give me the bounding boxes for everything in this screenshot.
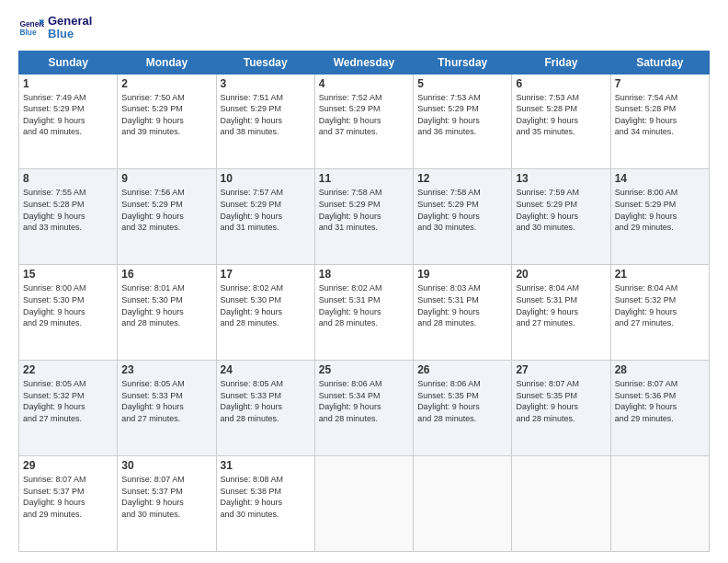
day-number: 15 bbox=[23, 268, 113, 281]
calendar-cell: 30Sunrise: 8:07 AM Sunset: 5:37 PM Dayli… bbox=[118, 456, 216, 552]
calendar-cell: 24Sunrise: 8:05 AM Sunset: 5:33 PM Dayli… bbox=[216, 361, 314, 456]
week-row-4: 22Sunrise: 8:05 AM Sunset: 5:32 PM Dayli… bbox=[19, 361, 710, 456]
calendar-cell: 9Sunrise: 7:56 AM Sunset: 5:29 PM Daylig… bbox=[118, 169, 216, 265]
day-info: Sunrise: 7:54 AM Sunset: 5:28 PM Dayligh… bbox=[615, 92, 705, 138]
day-number: 9 bbox=[121, 172, 211, 185]
day-info: Sunrise: 7:55 AM Sunset: 5:28 PM Dayligh… bbox=[23, 187, 113, 233]
day-number: 24 bbox=[221, 363, 311, 376]
day-number: 22 bbox=[23, 363, 113, 376]
day-number: 3 bbox=[221, 77, 311, 90]
day-info: Sunrise: 8:02 AM Sunset: 5:31 PM Dayligh… bbox=[319, 282, 409, 328]
weekday-tuesday: Tuesday bbox=[216, 51, 314, 74]
weekday-sunday: Sunday bbox=[19, 51, 118, 74]
day-info: Sunrise: 7:57 AM Sunset: 5:29 PM Dayligh… bbox=[221, 187, 311, 233]
day-number: 1 bbox=[23, 77, 113, 90]
calendar-cell: 14Sunrise: 8:00 AM Sunset: 5:29 PM Dayli… bbox=[610, 169, 709, 265]
calendar-cell: 31Sunrise: 8:08 AM Sunset: 5:38 PM Dayli… bbox=[216, 456, 314, 552]
day-info: Sunrise: 8:06 AM Sunset: 5:35 PM Dayligh… bbox=[417, 378, 507, 424]
day-info: Sunrise: 7:50 AM Sunset: 5:29 PM Dayligh… bbox=[121, 92, 211, 138]
weekday-monday: Monday bbox=[118, 51, 216, 74]
calendar-cell: 18Sunrise: 8:02 AM Sunset: 5:31 PM Dayli… bbox=[314, 265, 413, 361]
calendar-cell: 20Sunrise: 8:04 AM Sunset: 5:31 PM Dayli… bbox=[512, 265, 610, 361]
week-row-1: 1Sunrise: 7:49 AM Sunset: 5:29 PM Daylig… bbox=[19, 74, 710, 169]
calendar-cell bbox=[414, 456, 512, 552]
day-number: 27 bbox=[516, 363, 606, 376]
day-info: Sunrise: 7:52 AM Sunset: 5:29 PM Dayligh… bbox=[319, 92, 409, 138]
day-number: 5 bbox=[417, 77, 507, 90]
calendar-cell: 17Sunrise: 8:02 AM Sunset: 5:30 PM Dayli… bbox=[216, 265, 314, 361]
calendar-cell: 3Sunrise: 7:51 AM Sunset: 5:29 PM Daylig… bbox=[216, 74, 314, 169]
week-row-3: 15Sunrise: 8:00 AM Sunset: 5:30 PM Dayli… bbox=[19, 265, 710, 361]
day-number: 4 bbox=[319, 77, 409, 90]
calendar-cell: 13Sunrise: 7:59 AM Sunset: 5:29 PM Dayli… bbox=[512, 169, 610, 265]
day-number: 26 bbox=[417, 363, 507, 376]
calendar-body: 1Sunrise: 7:49 AM Sunset: 5:29 PM Daylig… bbox=[19, 74, 710, 551]
day-info: Sunrise: 8:05 AM Sunset: 5:32 PM Dayligh… bbox=[23, 378, 113, 424]
day-info: Sunrise: 7:53 AM Sunset: 5:28 PM Dayligh… bbox=[516, 92, 606, 138]
day-number: 12 bbox=[417, 172, 507, 185]
calendar-cell: 10Sunrise: 7:57 AM Sunset: 5:29 PM Dayli… bbox=[216, 169, 314, 265]
day-number: 7 bbox=[615, 77, 705, 90]
day-number: 10 bbox=[221, 172, 311, 185]
day-info: Sunrise: 7:51 AM Sunset: 5:29 PM Dayligh… bbox=[221, 92, 311, 138]
day-number: 8 bbox=[23, 172, 113, 185]
svg-text:Blue: Blue bbox=[19, 29, 36, 38]
day-info: Sunrise: 8:07 AM Sunset: 5:35 PM Dayligh… bbox=[516, 378, 606, 424]
day-info: Sunrise: 7:59 AM Sunset: 5:29 PM Dayligh… bbox=[516, 187, 606, 233]
calendar-header: SundayMondayTuesdayWednesdayThursdayFrid… bbox=[19, 51, 710, 74]
day-number: 11 bbox=[319, 172, 409, 185]
day-info: Sunrise: 8:00 AM Sunset: 5:29 PM Dayligh… bbox=[615, 187, 705, 233]
calendar-cell: 2Sunrise: 7:50 AM Sunset: 5:29 PM Daylig… bbox=[118, 74, 216, 169]
day-info: Sunrise: 7:49 AM Sunset: 5:29 PM Dayligh… bbox=[23, 92, 113, 138]
day-number: 19 bbox=[417, 268, 507, 281]
weekday-wednesday: Wednesday bbox=[314, 51, 413, 74]
calendar-cell: 28Sunrise: 8:07 AM Sunset: 5:36 PM Dayli… bbox=[610, 361, 709, 456]
day-info: Sunrise: 8:00 AM Sunset: 5:30 PM Dayligh… bbox=[23, 282, 113, 328]
day-info: Sunrise: 8:05 AM Sunset: 5:33 PM Dayligh… bbox=[121, 378, 211, 424]
calendar-cell: 4Sunrise: 7:52 AM Sunset: 5:29 PM Daylig… bbox=[314, 74, 413, 169]
day-info: Sunrise: 8:06 AM Sunset: 5:34 PM Dayligh… bbox=[319, 378, 409, 424]
calendar-cell: 5Sunrise: 7:53 AM Sunset: 5:29 PM Daylig… bbox=[414, 74, 512, 169]
day-number: 31 bbox=[221, 459, 311, 472]
weekday-friday: Friday bbox=[512, 51, 610, 74]
day-info: Sunrise: 8:07 AM Sunset: 5:37 PM Dayligh… bbox=[23, 474, 113, 520]
weekday-header-row: SundayMondayTuesdayWednesdayThursdayFrid… bbox=[19, 51, 710, 74]
calendar-cell: 1Sunrise: 7:49 AM Sunset: 5:29 PM Daylig… bbox=[19, 74, 118, 169]
day-info: Sunrise: 8:04 AM Sunset: 5:32 PM Dayligh… bbox=[615, 282, 705, 328]
day-number: 20 bbox=[516, 268, 606, 281]
calendar-cell: 29Sunrise: 8:07 AM Sunset: 5:37 PM Dayli… bbox=[19, 456, 118, 552]
weekday-thursday: Thursday bbox=[414, 51, 512, 74]
day-info: Sunrise: 8:03 AM Sunset: 5:31 PM Dayligh… bbox=[417, 282, 507, 328]
logo-blue: Blue bbox=[48, 28, 92, 40]
calendar-cell: 22Sunrise: 8:05 AM Sunset: 5:32 PM Dayli… bbox=[19, 361, 118, 456]
week-row-2: 8Sunrise: 7:55 AM Sunset: 5:28 PM Daylig… bbox=[19, 169, 710, 265]
day-number: 17 bbox=[221, 268, 311, 281]
calendar-cell: 6Sunrise: 7:53 AM Sunset: 5:28 PM Daylig… bbox=[512, 74, 610, 169]
calendar-cell: 15Sunrise: 8:00 AM Sunset: 5:30 PM Dayli… bbox=[19, 265, 118, 361]
logo-general: General bbox=[48, 15, 92, 28]
day-info: Sunrise: 7:56 AM Sunset: 5:29 PM Dayligh… bbox=[121, 187, 211, 233]
day-number: 30 bbox=[121, 459, 211, 472]
logo: General Blue General Blue bbox=[18, 15, 92, 41]
day-info: Sunrise: 8:07 AM Sunset: 5:37 PM Dayligh… bbox=[121, 474, 211, 520]
day-info: Sunrise: 7:53 AM Sunset: 5:29 PM Dayligh… bbox=[417, 92, 507, 138]
day-number: 14 bbox=[615, 172, 705, 185]
day-info: Sunrise: 8:07 AM Sunset: 5:36 PM Dayligh… bbox=[615, 378, 705, 424]
day-info: Sunrise: 8:08 AM Sunset: 5:38 PM Dayligh… bbox=[221, 474, 311, 520]
day-info: Sunrise: 8:02 AM Sunset: 5:30 PM Dayligh… bbox=[221, 282, 311, 328]
calendar-cell: 8Sunrise: 7:55 AM Sunset: 5:28 PM Daylig… bbox=[19, 169, 118, 265]
calendar-table: SundayMondayTuesdayWednesdayThursdayFrid… bbox=[18, 51, 710, 552]
day-number: 23 bbox=[121, 363, 211, 376]
logo-icon: General Blue bbox=[18, 15, 44, 40]
page: General Blue General Blue SundayMondayTu… bbox=[0, 0, 728, 563]
day-number: 29 bbox=[23, 459, 113, 472]
calendar-cell: 23Sunrise: 8:05 AM Sunset: 5:33 PM Dayli… bbox=[118, 361, 216, 456]
day-info: Sunrise: 7:58 AM Sunset: 5:29 PM Dayligh… bbox=[319, 187, 409, 233]
calendar-cell: 7Sunrise: 7:54 AM Sunset: 5:28 PM Daylig… bbox=[610, 74, 709, 169]
weekday-saturday: Saturday bbox=[610, 51, 709, 74]
day-number: 13 bbox=[516, 172, 606, 185]
day-info: Sunrise: 8:04 AM Sunset: 5:31 PM Dayligh… bbox=[516, 282, 606, 328]
calendar-cell: 25Sunrise: 8:06 AM Sunset: 5:34 PM Dayli… bbox=[314, 361, 413, 456]
day-info: Sunrise: 8:01 AM Sunset: 5:30 PM Dayligh… bbox=[121, 282, 211, 328]
calendar-cell: 26Sunrise: 8:06 AM Sunset: 5:35 PM Dayli… bbox=[414, 361, 512, 456]
